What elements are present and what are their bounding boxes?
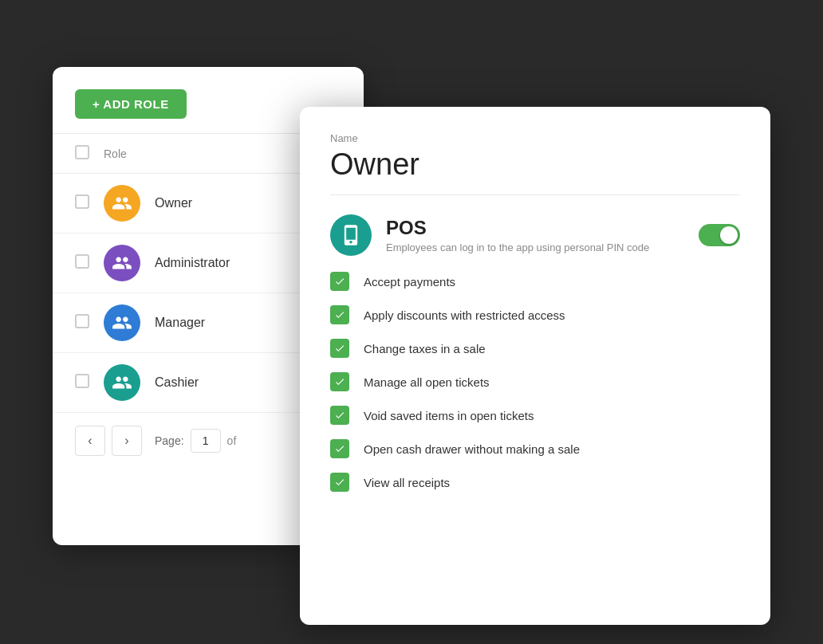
- pos-text-group: POS Employees can log in to the app usin…: [386, 217, 699, 253]
- perm-checkbox-void-items[interactable]: [330, 406, 349, 425]
- detail-panel-inner: Name Owner POS Employees can log in to t…: [300, 107, 770, 517]
- owner-role-name: Owner: [155, 196, 192, 210]
- page-input[interactable]: [191, 429, 221, 453]
- permission-item-change-taxes: Change taxes in a sale: [330, 339, 740, 358]
- toggle-track: [699, 224, 740, 246]
- manager-checkbox[interactable]: [75, 314, 89, 328]
- cashier-checkbox-col: [75, 374, 104, 391]
- manager-avatar: [104, 304, 140, 341]
- perm-label-accept-payments: Accept payments: [364, 275, 455, 289]
- pos-subtitle: Employees can log in to the app using pe…: [386, 242, 699, 253]
- pos-section-header: POS Employees can log in to the app usin…: [330, 214, 740, 256]
- prev-page-button[interactable]: ‹: [75, 426, 105, 456]
- permission-item-manage-tickets: Manage all open tickets: [330, 372, 740, 391]
- select-all-checkbox[interactable]: [75, 145, 89, 159]
- perm-checkbox-view-receipts[interactable]: [330, 473, 349, 492]
- next-page-button[interactable]: ›: [112, 426, 142, 456]
- perm-checkbox-apply-discounts[interactable]: [330, 305, 349, 324]
- owner-avatar: [104, 185, 140, 222]
- administrator-role-name: Administrator: [155, 256, 230, 270]
- role-column-header: Role: [104, 147, 127, 160]
- role-title: Owner: [330, 147, 740, 182]
- perm-checkbox-open-cash-drawer[interactable]: [330, 439, 349, 458]
- permission-item-apply-discounts: Apply discounts with restricted access: [330, 305, 740, 324]
- perm-label-open-cash-drawer: Open cash drawer without making a sale: [364, 442, 580, 456]
- perm-label-apply-discounts: Apply discounts with restricted access: [364, 308, 565, 322]
- admin-checkbox-col: [75, 254, 104, 272]
- permission-list: Accept payments Apply discounts with res…: [330, 272, 740, 492]
- add-role-button[interactable]: + ADD ROLE: [75, 89, 187, 119]
- cashier-role-name: Cashier: [155, 375, 199, 390]
- name-field-label: Name: [330, 132, 740, 144]
- header-checkbox-col: [75, 145, 104, 162]
- admin-checkbox[interactable]: [75, 254, 89, 269]
- permission-item-accept-payments: Accept payments: [330, 272, 740, 291]
- cashier-avatar: [104, 364, 140, 401]
- manager-role-name: Manager: [155, 316, 205, 330]
- page-label: Page:: [155, 434, 184, 447]
- perm-label-change-taxes: Change taxes in a sale: [364, 342, 486, 355]
- permission-item-view-receipts: View all receipts: [330, 473, 740, 492]
- perm-checkbox-change-taxes[interactable]: [330, 339, 349, 358]
- divider: [330, 194, 740, 195]
- perm-checkbox-accept-payments[interactable]: [330, 272, 349, 291]
- cashier-checkbox[interactable]: [75, 374, 89, 388]
- owner-checkbox[interactable]: [75, 194, 89, 209]
- pos-icon: [330, 214, 372, 256]
- detail-panel: Name Owner POS Employees can log in to t…: [300, 107, 770, 625]
- administrator-avatar: [104, 245, 140, 281]
- perm-checkbox-manage-tickets[interactable]: [330, 372, 349, 391]
- permission-item-void-items: Void saved items in open tickets: [330, 406, 740, 425]
- perm-label-manage-tickets: Manage all open tickets: [364, 375, 490, 389]
- perm-label-view-receipts: View all receipts: [364, 476, 450, 489]
- page-of-label: of: [227, 434, 237, 447]
- pos-toggle[interactable]: [699, 224, 740, 246]
- owner-checkbox-col: [75, 194, 104, 212]
- toggle-thumb: [720, 226, 738, 244]
- perm-label-void-items: Void saved items in open tickets: [364, 409, 534, 422]
- manager-checkbox-col: [75, 314, 104, 332]
- pos-title: POS: [386, 217, 699, 239]
- permission-item-open-cash-drawer: Open cash drawer without making a sale: [330, 439, 740, 458]
